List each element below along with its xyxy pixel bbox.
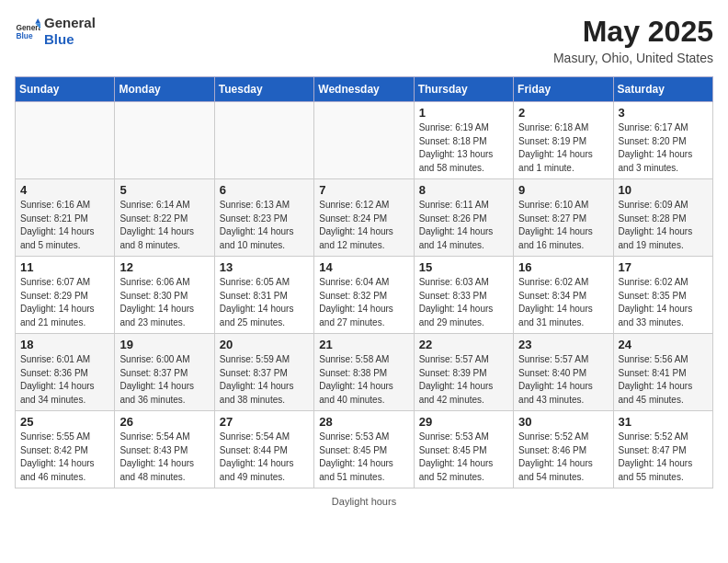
logo-blue: Blue (44, 31, 96, 48)
calendar-cell: 18Sunrise: 6:01 AM Sunset: 8:36 PM Dayli… (16, 334, 115, 411)
calendar-cell: 11Sunrise: 6:07 AM Sunset: 8:29 PM Dayli… (16, 257, 115, 334)
day-info: Sunrise: 6:19 AM Sunset: 8:18 PM Dayligh… (419, 121, 508, 175)
logo: General Blue General Blue (15, 15, 96, 48)
day-info: Sunrise: 6:12 AM Sunset: 8:24 PM Dayligh… (319, 199, 408, 252)
day-info: Sunrise: 6:07 AM Sunset: 8:29 PM Dayligh… (20, 276, 109, 329)
day-info: Sunrise: 5:55 AM Sunset: 8:42 PM Dayligh… (20, 431, 109, 484)
svg-text:Blue: Blue (16, 31, 32, 40)
calendar-cell: 5Sunrise: 6:14 AM Sunset: 8:22 PM Daylig… (115, 179, 214, 257)
day-info: Sunrise: 5:57 AM Sunset: 8:39 PM Dayligh… (419, 353, 508, 407)
day-number: 1 (419, 106, 508, 120)
day-info: Sunrise: 6:11 AM Sunset: 8:26 PM Dayligh… (419, 199, 508, 252)
day-number: 3 (619, 106, 708, 120)
day-info: Sunrise: 5:52 AM Sunset: 8:47 PM Dayligh… (619, 431, 708, 484)
day-number: 10 (619, 183, 708, 197)
calendar-cell (314, 102, 414, 179)
calendar-cell: 14Sunrise: 6:04 AM Sunset: 8:32 PM Dayli… (314, 257, 414, 334)
calendar-table: SundayMondayTuesdayWednesdayThursdayFrid… (15, 76, 713, 488)
day-number: 22 (419, 338, 508, 351)
week-row-1: 1Sunrise: 6:19 AM Sunset: 8:18 PM Daylig… (16, 102, 713, 179)
day-number: 7 (319, 183, 408, 197)
day-number: 27 (220, 415, 309, 429)
day-info: Sunrise: 5:54 AM Sunset: 8:44 PM Dayligh… (220, 431, 309, 484)
day-number: 17 (619, 260, 708, 274)
day-info: Sunrise: 5:53 AM Sunset: 8:45 PM Dayligh… (419, 431, 508, 484)
calendar-cell: 16Sunrise: 6:02 AM Sunset: 8:34 PM Dayli… (514, 257, 613, 334)
day-number: 2 (518, 106, 608, 120)
day-number: 29 (419, 415, 508, 429)
calendar-cell: 21Sunrise: 5:58 AM Sunset: 8:38 PM Dayli… (314, 334, 414, 411)
day-info: Sunrise: 6:06 AM Sunset: 8:30 PM Dayligh… (119, 276, 209, 329)
day-number: 20 (220, 338, 309, 351)
calendar-cell (16, 102, 115, 179)
calendar-cell: 19Sunrise: 6:00 AM Sunset: 8:37 PM Dayli… (115, 334, 214, 411)
calendar-cell: 15Sunrise: 6:03 AM Sunset: 8:33 PM Dayli… (414, 257, 513, 334)
month-year: May 2025 (553, 15, 713, 49)
calendar-cell: 27Sunrise: 5:54 AM Sunset: 8:44 PM Dayli… (214, 411, 313, 488)
day-number: 12 (119, 260, 209, 274)
calendar-cell: 22Sunrise: 5:57 AM Sunset: 8:39 PM Dayli… (414, 334, 513, 411)
day-number: 19 (119, 338, 209, 351)
calendar-cell: 23Sunrise: 5:57 AM Sunset: 8:40 PM Dayli… (514, 334, 613, 411)
day-number: 4 (20, 183, 109, 197)
calendar-cell: 4Sunrise: 6:16 AM Sunset: 8:21 PM Daylig… (16, 179, 115, 257)
day-info: Sunrise: 5:58 AM Sunset: 8:38 PM Dayligh… (319, 353, 408, 407)
calendar-cell: 31Sunrise: 5:52 AM Sunset: 8:47 PM Dayli… (613, 411, 712, 488)
calendar-cell: 20Sunrise: 5:59 AM Sunset: 8:37 PM Dayli… (214, 334, 313, 411)
day-header-saturday: Saturday (613, 77, 712, 102)
day-number: 11 (20, 260, 109, 274)
day-info: Sunrise: 6:09 AM Sunset: 8:28 PM Dayligh… (619, 199, 708, 252)
day-number: 25 (20, 415, 109, 429)
logo-general: General (44, 15, 96, 31)
day-number: 26 (119, 415, 209, 429)
calendar-cell: 26Sunrise: 5:54 AM Sunset: 8:43 PM Dayli… (115, 411, 214, 488)
calendar-cell: 1Sunrise: 6:19 AM Sunset: 8:18 PM Daylig… (414, 102, 513, 179)
week-row-5: 25Sunrise: 5:55 AM Sunset: 8:42 PM Dayli… (16, 411, 713, 488)
day-number: 31 (619, 415, 708, 429)
logo-icon: General Blue (15, 18, 40, 44)
day-info: Sunrise: 5:56 AM Sunset: 8:41 PM Dayligh… (619, 353, 708, 407)
day-info: Sunrise: 5:53 AM Sunset: 8:45 PM Dayligh… (319, 431, 408, 484)
calendar-cell (115, 102, 214, 179)
day-number: 18 (20, 338, 109, 351)
day-info: Sunrise: 6:00 AM Sunset: 8:37 PM Dayligh… (119, 353, 209, 407)
day-number: 9 (518, 183, 608, 197)
day-info: Sunrise: 6:05 AM Sunset: 8:31 PM Dayligh… (220, 276, 309, 329)
day-header-sunday: Sunday (16, 77, 115, 102)
calendar-cell: 12Sunrise: 6:06 AM Sunset: 8:30 PM Dayli… (115, 257, 214, 334)
day-info: Sunrise: 6:10 AM Sunset: 8:27 PM Dayligh… (518, 199, 608, 252)
day-number: 15 (419, 260, 508, 274)
day-number: 14 (319, 260, 408, 274)
calendar-cell: 25Sunrise: 5:55 AM Sunset: 8:42 PM Dayli… (16, 411, 115, 488)
calendar-cell: 30Sunrise: 5:52 AM Sunset: 8:46 PM Dayli… (514, 411, 613, 488)
day-info: Sunrise: 5:57 AM Sunset: 8:40 PM Dayligh… (518, 353, 608, 407)
day-info: Sunrise: 6:02 AM Sunset: 8:35 PM Dayligh… (619, 276, 708, 329)
day-header-thursday: Thursday (414, 77, 513, 102)
days-header-row: SundayMondayTuesdayWednesdayThursdayFrid… (16, 77, 713, 102)
week-row-2: 4Sunrise: 6:16 AM Sunset: 8:21 PM Daylig… (16, 179, 713, 257)
calendar-cell: 17Sunrise: 6:02 AM Sunset: 8:35 PM Dayli… (613, 257, 712, 334)
day-header-monday: Monday (115, 77, 214, 102)
day-info: Sunrise: 6:13 AM Sunset: 8:23 PM Dayligh… (220, 199, 309, 252)
day-number: 28 (319, 415, 408, 429)
calendar-cell: 28Sunrise: 5:53 AM Sunset: 8:45 PM Dayli… (314, 411, 414, 488)
day-number: 23 (518, 338, 608, 351)
calendar-cell: 10Sunrise: 6:09 AM Sunset: 8:28 PM Dayli… (613, 179, 712, 257)
day-number: 24 (619, 338, 708, 351)
day-info: Sunrise: 6:04 AM Sunset: 8:32 PM Dayligh… (319, 276, 408, 329)
week-row-4: 18Sunrise: 6:01 AM Sunset: 8:36 PM Dayli… (16, 334, 713, 411)
day-info: Sunrise: 6:03 AM Sunset: 8:33 PM Dayligh… (419, 276, 508, 329)
day-header-friday: Friday (514, 77, 613, 102)
calendar-cell: 29Sunrise: 5:53 AM Sunset: 8:45 PM Dayli… (414, 411, 513, 488)
day-number: 6 (220, 183, 309, 197)
day-info: Sunrise: 6:14 AM Sunset: 8:22 PM Dayligh… (119, 199, 209, 252)
calendar-cell: 9Sunrise: 6:10 AM Sunset: 8:27 PM Daylig… (514, 179, 613, 257)
day-header-tuesday: Tuesday (214, 77, 313, 102)
calendar-cell: 3Sunrise: 6:17 AM Sunset: 8:20 PM Daylig… (613, 102, 712, 179)
day-number: 21 (319, 338, 408, 351)
calendar-cell: 2Sunrise: 6:18 AM Sunset: 8:19 PM Daylig… (514, 102, 613, 179)
day-header-wednesday: Wednesday (314, 77, 414, 102)
footer-note: Daylight hours (15, 496, 713, 507)
day-number: 30 (518, 415, 608, 429)
day-info: Sunrise: 6:17 AM Sunset: 8:20 PM Dayligh… (619, 121, 708, 175)
